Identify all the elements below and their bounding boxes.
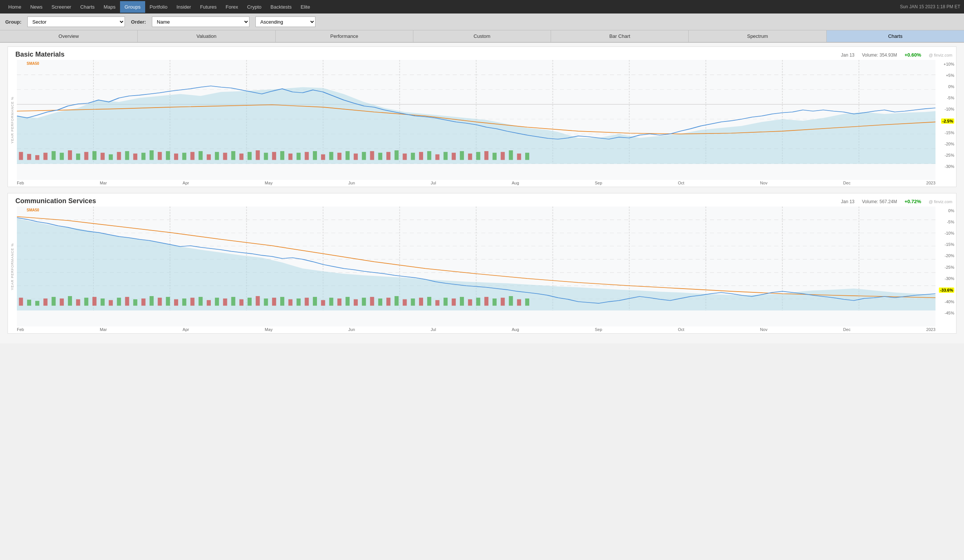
tab-barchart[interactable]: Bar Chart	[551, 30, 689, 42]
x-tick: Apr	[183, 181, 189, 185]
order-label: Order:	[131, 19, 146, 25]
nav-elite[interactable]: Elite	[296, 1, 314, 13]
nav-home[interactable]: Home	[4, 1, 26, 13]
svg-rect-60	[345, 151, 350, 160]
nav-screener[interactable]: Screener	[47, 1, 76, 13]
nav-forex[interactable]: Forex	[221, 1, 243, 13]
svg-rect-148	[386, 298, 391, 305]
tab-performance[interactable]: Performance	[276, 30, 414, 42]
y-tick: -10%	[937, 107, 954, 111]
svg-rect-116	[125, 297, 129, 305]
svg-rect-106	[44, 299, 48, 305]
svg-rect-140	[321, 300, 325, 306]
x-axis-1: Feb Mar Apr May Jun Jul Aug Sep Oct Nov …	[8, 180, 956, 187]
y-tick-highlight-2: -33.6%	[937, 287, 954, 293]
chart-date-comm: Jan 13	[841, 199, 855, 204]
x-tick: Jul	[431, 327, 436, 332]
x-tick: Mar	[100, 181, 107, 185]
nav-backtests[interactable]: Backtests	[266, 1, 296, 13]
tab-valuation[interactable]: Valuation	[138, 30, 275, 42]
finviz-link-1: @ finviz.com	[929, 53, 953, 57]
y-tick: -15%	[937, 242, 954, 247]
svg-rect-150	[403, 299, 407, 305]
svg-rect-114	[109, 300, 113, 306]
svg-rect-54	[297, 153, 301, 160]
y-tick: 0%	[937, 208, 954, 213]
order-name-select[interactable]: Name Performance Volume	[152, 16, 249, 27]
nav-groups[interactable]: Groups	[120, 1, 145, 13]
svg-rect-152	[419, 298, 423, 305]
svg-rect-43	[207, 154, 211, 160]
svg-rect-145	[362, 298, 366, 305]
svg-rect-66	[395, 150, 399, 160]
chart-volume-basic-materials: Volume: 354.93M	[862, 52, 897, 58]
sma-label-1: SMA50	[27, 62, 39, 66]
x-tick: 2023	[926, 181, 935, 185]
svg-rect-81	[517, 154, 521, 160]
nav-portfolio[interactable]: Portfolio	[145, 1, 172, 13]
y-tick: -10%	[937, 231, 954, 235]
svg-rect-108	[60, 299, 64, 305]
chart-change-comm: +0.72%	[904, 199, 921, 204]
nav-news[interactable]: News	[26, 1, 47, 13]
svg-rect-153	[427, 297, 432, 305]
y-tick: -25%	[937, 153, 954, 157]
svg-rect-67	[403, 154, 407, 160]
svg-rect-38	[166, 151, 170, 160]
svg-rect-59	[337, 153, 341, 160]
svg-rect-21	[27, 154, 31, 160]
nav-insider[interactable]: Insider	[172, 1, 195, 13]
x-tick: Oct	[678, 181, 684, 185]
svg-rect-33	[125, 151, 129, 160]
x-tick: Feb	[17, 327, 24, 332]
svg-rect-80	[509, 150, 513, 160]
svg-rect-105	[35, 301, 39, 306]
nav-charts[interactable]: Charts	[76, 1, 99, 13]
svg-rect-50	[264, 153, 268, 160]
svg-rect-24	[52, 151, 56, 160]
toolbar: Group: Sector Industry Country Capitaliz…	[0, 13, 964, 30]
chart-volume-comm: Volume: 567.24M	[862, 199, 897, 204]
order-dir-select[interactable]: Ascending Descending	[256, 16, 316, 27]
svg-rect-162	[501, 298, 505, 305]
tab-custom[interactable]: Custom	[414, 30, 551, 42]
nav-maps[interactable]: Maps	[99, 1, 120, 13]
svg-rect-137	[297, 299, 301, 305]
svg-rect-117	[133, 299, 137, 305]
svg-rect-138	[305, 298, 309, 305]
nav-futures[interactable]: Futures	[195, 1, 221, 13]
group-select[interactable]: Sector Industry Country Capitalization	[28, 16, 125, 27]
tab-overview[interactable]: Overview	[0, 30, 138, 42]
svg-rect-103	[19, 298, 23, 305]
svg-rect-55	[305, 152, 309, 160]
svg-rect-119	[150, 296, 154, 306]
tab-spectrum[interactable]: Spectrum	[689, 30, 826, 42]
svg-rect-122	[174, 299, 178, 305]
chart-change-basic-materials: +0.60%	[904, 52, 921, 58]
x-axis-2: Feb Mar Apr May Jun Jul Aug Sep Oct Nov …	[8, 326, 956, 333]
x-tick: Dec	[843, 181, 851, 185]
svg-rect-65	[386, 152, 391, 160]
current-value-2: -33.6%	[939, 287, 954, 293]
svg-rect-61	[354, 154, 358, 160]
x-tick: Dec	[843, 327, 851, 332]
svg-rect-155	[443, 298, 448, 305]
svg-rect-68	[411, 153, 415, 160]
svg-rect-163	[509, 296, 513, 306]
svg-rect-136	[288, 299, 293, 305]
nav-crypto[interactable]: Crypto	[243, 1, 266, 13]
svg-rect-161	[492, 299, 497, 305]
svg-rect-28	[85, 152, 88, 160]
x-tick: Feb	[17, 181, 24, 185]
x-tick: Sep	[595, 181, 602, 185]
svg-rect-141	[329, 298, 334, 305]
svg-rect-151	[411, 299, 415, 305]
svg-rect-154	[435, 300, 440, 306]
svg-rect-142	[337, 299, 341, 305]
chart-area-comm: SMA50	[17, 206, 935, 326]
svg-rect-132	[256, 296, 260, 306]
y-tick: +10%	[937, 62, 954, 67]
group-label: Group:	[5, 19, 21, 25]
tab-charts[interactable]: Charts	[827, 30, 964, 42]
svg-rect-110	[76, 299, 80, 305]
